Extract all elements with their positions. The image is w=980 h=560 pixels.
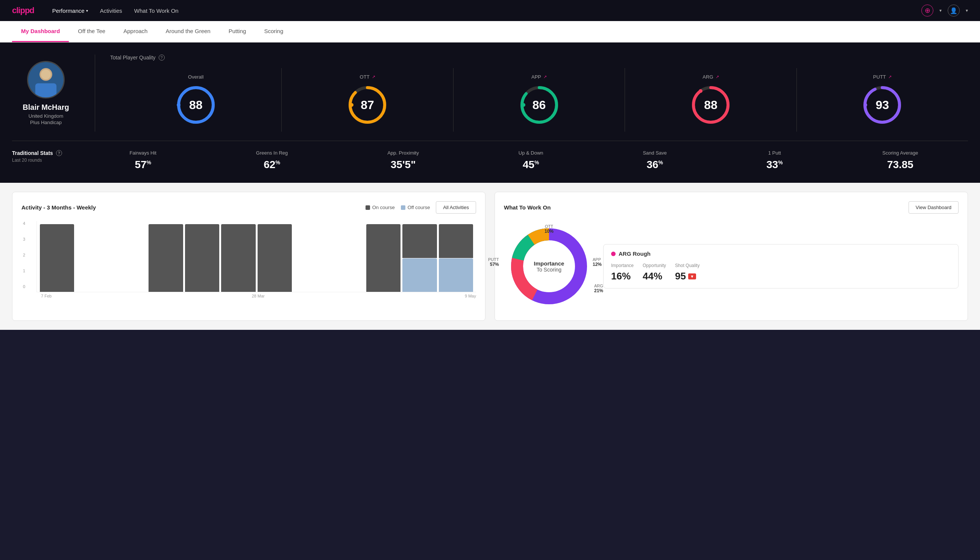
view-dashboard-button[interactable]: View Dashboard — [908, 201, 958, 213]
bar-group-11 — [403, 224, 437, 292]
tab-scoring[interactable]: Scoring — [255, 21, 292, 42]
putt-circle: 93 — [862, 84, 903, 126]
stat-updown-label: Up & Down — [519, 150, 543, 156]
player-location: United Kingdom — [28, 113, 63, 119]
bar-on-12 — [439, 224, 473, 258]
user-avatar-icon[interactable]: 👤 — [948, 5, 960, 17]
stats-subtitle: Last 20 rounds — [12, 158, 80, 163]
app-circle: 86 — [519, 84, 560, 126]
bottom-section: Activity - 3 Months - Weekly On course O… — [0, 183, 980, 330]
bar-group-3 — [112, 224, 146, 292]
stat-greens-in-reg: Greens In Reg 62% — [256, 150, 288, 171]
legend-on-course: On course — [366, 205, 395, 210]
shot-quality-label: Shot Quality — [675, 263, 699, 268]
all-activities-button[interactable]: All Activities — [436, 201, 476, 213]
segment-dot — [611, 252, 616, 256]
user-dropdown[interactable]: ▾ — [966, 8, 968, 13]
overall-circle: 88 — [175, 84, 216, 126]
bar-chart — [40, 224, 473, 292]
ott-donut-label: OTT 10% — [544, 224, 554, 234]
bar-group-8 — [294, 224, 328, 292]
y-label-4: 4 — [23, 221, 25, 226]
bar-group-10 — [366, 224, 401, 292]
bar-group-5 — [185, 224, 219, 292]
svg-rect-2 — [35, 83, 57, 97]
bar-on-10 — [366, 224, 401, 292]
hero-section: Blair McHarg United Kingdom Plus Handica… — [0, 42, 980, 183]
stats-items: Fairways Hit 57% Greens In Reg 62% App. … — [80, 150, 968, 171]
ott-value: 87 — [361, 98, 374, 112]
segment-info-card: ARG Rough Importance 16% Opportunity 44%… — [603, 244, 958, 288]
quality-cards: Overall 88 OTT ↗ — [110, 68, 968, 132]
stat-oneputt-label: 1 Putt — [766, 150, 783, 156]
svg-point-18 — [864, 103, 867, 107]
stat-oneputt-value: 33% — [766, 159, 783, 171]
svg-point-9 — [350, 103, 353, 107]
stat-scoring-value: 73.85 — [882, 159, 918, 171]
svg-point-3 — [41, 70, 51, 79]
shot-quality-value: 95 ▼ — [675, 270, 699, 282]
stats-help-icon[interactable]: ? — [56, 150, 62, 156]
tab-my-dashboard[interactable]: My Dashboard — [12, 21, 69, 42]
y-label-2: 2 — [23, 253, 25, 257]
legend-off-course: Off course — [401, 205, 430, 210]
putt-donut-label: PUTT 57% — [488, 257, 499, 267]
add-dropdown[interactable]: ▾ — [939, 8, 942, 13]
stat-up-down: Up & Down 45% — [519, 150, 543, 171]
app-label: APP ↗ — [531, 74, 547, 80]
bar-on-1 — [40, 224, 74, 292]
bar-group-7 — [258, 224, 292, 292]
header: clippd Performance ▾ Activities What To … — [0, 0, 980, 21]
shot-quality-badge: ▼ — [688, 273, 696, 280]
nav-performance[interactable]: Performance ▾ — [52, 8, 88, 14]
nav-what-to-work-on[interactable]: What To Work On — [134, 8, 179, 14]
activity-title: Activity - 3 Months - Weekly — [22, 204, 96, 211]
bar-on-11 — [403, 224, 437, 258]
tabs-bar: My Dashboard Off the Tee Approach Around… — [0, 21, 980, 42]
work-on-title: What To Work On — [504, 204, 551, 211]
tab-around-the-green[interactable]: Around the Green — [156, 21, 219, 42]
arg-donut-label: ARG 21% — [594, 283, 603, 293]
activity-card-header: Activity - 3 Months - Weekly On course O… — [22, 201, 476, 213]
arg-circle: 88 — [690, 84, 731, 126]
quality-arg: ARG ↗ 88 — [625, 68, 797, 132]
stat-scoring-avg: Scoring Average 73.85 — [882, 150, 918, 171]
segment-name: ARG Rough — [611, 250, 951, 257]
arg-value: 88 — [704, 98, 717, 112]
bar-on-7 — [258, 224, 292, 292]
tab-off-the-tee[interactable]: Off the Tee — [69, 21, 114, 42]
ott-circle: 87 — [347, 84, 388, 126]
bar-group-12 — [439, 224, 473, 292]
donut-chart-container: Importance To Scoring OTT 10% APP 12% AR… — [504, 221, 594, 312]
y-label-0: 0 — [23, 284, 25, 289]
logo[interactable]: clippd — [12, 6, 34, 15]
player-handicap: Plus Handicap — [30, 120, 62, 125]
quality-ott: OTT ↗ 87 — [282, 68, 453, 132]
importance-label: Importance — [611, 263, 634, 268]
player-name: Blair McHarg — [23, 103, 69, 112]
putt-value: 93 — [876, 98, 889, 112]
quality-overall: Overall 88 — [110, 68, 282, 132]
x-label-feb: 7 Feb — [41, 294, 52, 298]
tab-approach[interactable]: Approach — [114, 21, 156, 42]
tab-putting[interactable]: Putting — [220, 21, 255, 42]
arg-trend-icon: ↗ — [715, 75, 719, 79]
donut-center-text: Importance To Scoring — [534, 260, 564, 273]
y-label-1: 1 — [23, 268, 25, 273]
add-button[interactable]: ⊕ — [921, 5, 933, 17]
quality-help-icon[interactable]: ? — [159, 55, 165, 60]
stats-row: Traditional Stats ? Last 20 rounds Fairw… — [12, 141, 968, 171]
nav-activities[interactable]: Activities — [100, 8, 122, 14]
off-course-dot — [401, 205, 405, 210]
segment-importance: Importance 16% — [611, 263, 634, 282]
donut-center-title: Importance — [534, 260, 564, 267]
bar-off-12 — [439, 258, 473, 292]
donut-center-sub: To Scoring — [534, 267, 564, 273]
importance-value: 16% — [611, 270, 634, 282]
bar-on-5 — [185, 224, 219, 292]
stat-fairways-hit: Fairways Hit 57% — [129, 150, 156, 171]
bar-group-6 — [221, 224, 255, 292]
ott-label: OTT ↗ — [360, 74, 375, 80]
activity-legend: On course Off course — [366, 205, 430, 210]
stat-greens-value: 62% — [256, 159, 288, 171]
